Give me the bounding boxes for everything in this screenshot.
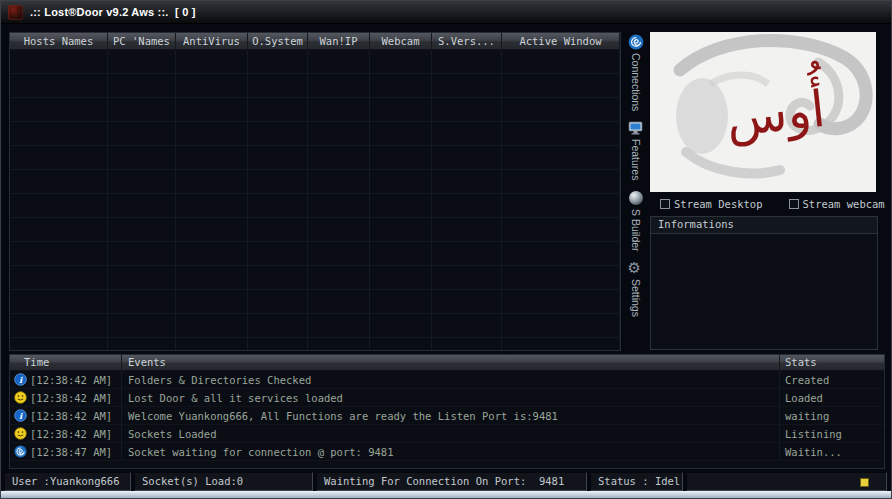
- app-window: .:: Lost®Door v9.2 Aws ::. [ 0 ] Hosts N…: [0, 0, 892, 499]
- hosts-grid-column: [308, 50, 370, 350]
- sidebar-tab-settings[interactable]: ⚙Settings: [628, 260, 644, 317]
- log-event: Folders & Directories Checked: [122, 371, 780, 388]
- settings-icon: ⚙: [628, 260, 644, 276]
- calligraphy-art: أُوس: [650, 32, 876, 192]
- hosts-grid-column: [108, 50, 176, 350]
- hosts-column-header[interactable]: AntiVirus: [176, 33, 248, 50]
- log-row[interactable]: [12:38:42 AM]Sockets LoadedListining: [10, 425, 884, 443]
- log-time: [12:38:47 AM]: [30, 446, 112, 458]
- hosts-grid-column: [10, 50, 108, 350]
- hosts-table: Hosts NamesPC 'NamesAntiVirusO.SystemWan…: [9, 32, 621, 351]
- log-event: Welcome Yuankong666, All Functions are r…: [122, 407, 780, 424]
- swirl-icon: [14, 445, 27, 458]
- side-tab-bar: ConnectionsFeaturesS Builder⚙Settings: [622, 34, 649, 354]
- sidebar-tab-features[interactable]: Features: [628, 120, 644, 180]
- connections-icon: [628, 34, 644, 50]
- builder-icon: [628, 190, 644, 206]
- smiley-icon: [14, 391, 27, 404]
- log-row[interactable]: [12:38:47 AM]Socket waiting for connecti…: [10, 443, 884, 461]
- status-indicator: [860, 478, 869, 487]
- stream-desktop-option[interactable]: Stream Desktop: [660, 198, 763, 210]
- log-column-stats[interactable]: Stats: [780, 355, 884, 371]
- calligraphy-logo: أُوس: [650, 32, 876, 192]
- sidebar-tab-label: Connections: [630, 53, 642, 111]
- app-icon[interactable]: [8, 5, 23, 20]
- main-area: Hosts NamesPC 'NamesAntiVirusO.SystemWan…: [1, 24, 891, 354]
- log-time-cell: i[12:38:42 AM]: [10, 371, 122, 388]
- stream-desktop-label: Stream Desktop: [674, 198, 763, 210]
- hosts-column-header[interactable]: O.System: [248, 33, 308, 50]
- log-time: [12:38:42 AM]: [30, 410, 112, 422]
- sidebar-tab-s-builder[interactable]: S Builder: [628, 190, 644, 252]
- stream-desktop-checkbox[interactable]: [660, 199, 670, 209]
- informations-title: Informations: [651, 217, 877, 234]
- informations-panel: Informations: [650, 216, 878, 350]
- right-panel: أُوس Stream Desktop Stream webcam Inform…: [650, 32, 878, 350]
- status-bar: User :Yuankong666 Socket(s) Load:0 Waint…: [4, 472, 887, 491]
- log-event: Lost Door & all it services loaded: [122, 389, 780, 406]
- hosts-column-header[interactable]: S.Vers...: [432, 33, 502, 50]
- window-title: .:: Lost®Door v9.2 Aws ::. [ 0 ]: [30, 6, 196, 18]
- titlebar[interactable]: .:: Lost®Door v9.2 Aws ::. [ 0 ]: [1, 1, 891, 24]
- hosts-column-header[interactable]: PC 'Names: [108, 33, 176, 50]
- log-event: Sockets Loaded: [122, 425, 780, 442]
- hosts-table-body[interactable]: [10, 50, 620, 350]
- log-row[interactable]: i[12:38:42 AM]Welcome Yuankong666, All F…: [10, 407, 884, 425]
- log-stat: Waitin...: [780, 443, 884, 460]
- log-stat: Created: [780, 371, 884, 388]
- sidebar-tab-label: Settings: [630, 279, 642, 317]
- log-stat: Loaded: [780, 389, 884, 406]
- hosts-column-header[interactable]: Hosts Names: [10, 33, 108, 50]
- hosts-grid-column: [176, 50, 248, 350]
- event-log-body: i[12:38:42 AM]Folders & Directories Chec…: [10, 371, 884, 461]
- log-time-cell: [12:38:47 AM]: [10, 443, 122, 460]
- window-bottom-edge: [1, 491, 891, 498]
- log-time-cell: [12:38:42 AM]: [10, 389, 122, 406]
- event-log-header: Time Events Stats: [10, 355, 884, 371]
- hosts-column-header[interactable]: Wan!IP: [308, 33, 370, 50]
- status-waiting: Wainting For Connection On Port: 9481: [316, 472, 587, 491]
- log-event: Socket waiting for connection @ port: 94…: [122, 443, 780, 460]
- features-icon: [628, 120, 644, 136]
- log-row[interactable]: i[12:38:42 AM]Folders & Directories Chec…: [10, 371, 884, 389]
- status-indicator-panel: [686, 472, 887, 491]
- sidebar-tab-label: S Builder: [630, 209, 642, 252]
- log-column-time[interactable]: Time: [10, 355, 122, 371]
- stream-options: Stream Desktop Stream webcam: [650, 196, 878, 211]
- hosts-grid-column: [502, 50, 620, 350]
- hosts-grid-column: [370, 50, 432, 350]
- hosts-grid-column: [432, 50, 502, 350]
- log-time-cell: [12:38:42 AM]: [10, 425, 122, 442]
- stream-webcam-label: Stream webcam: [803, 198, 885, 210]
- stream-webcam-option[interactable]: Stream webcam: [789, 198, 885, 210]
- smiley-icon: [14, 427, 27, 440]
- status-sockets: Socket(s) Load:0: [134, 472, 313, 491]
- hosts-column-header[interactable]: Active Window: [502, 33, 620, 50]
- log-column-events[interactable]: Events: [122, 355, 780, 371]
- log-stat: waiting: [780, 407, 884, 424]
- event-log-table: Time Events Stats i[12:38:42 AM]Folders …: [9, 354, 885, 469]
- status-user: User :Yuankong666: [4, 472, 131, 491]
- info-icon: i: [14, 373, 27, 386]
- hosts-grid-column: [248, 50, 308, 350]
- info-icon: i: [14, 409, 27, 422]
- log-time: [12:38:42 AM]: [30, 428, 112, 440]
- log-stat: Listining: [780, 425, 884, 442]
- status-state: Status : Idel: [590, 472, 683, 491]
- log-time: [12:38:42 AM]: [30, 392, 112, 404]
- log-row[interactable]: [12:38:42 AM]Lost Door & all it services…: [10, 389, 884, 407]
- stream-webcam-checkbox[interactable]: [789, 199, 799, 209]
- sidebar-tab-label: Features: [630, 139, 642, 180]
- sidebar-tab-connections[interactable]: Connections: [628, 34, 644, 111]
- hosts-column-header[interactable]: Webcam: [370, 33, 432, 50]
- log-time-cell: i[12:38:42 AM]: [10, 407, 122, 424]
- hosts-table-header: Hosts NamesPC 'NamesAntiVirusO.SystemWan…: [10, 33, 620, 50]
- log-time: [12:38:42 AM]: [30, 374, 112, 386]
